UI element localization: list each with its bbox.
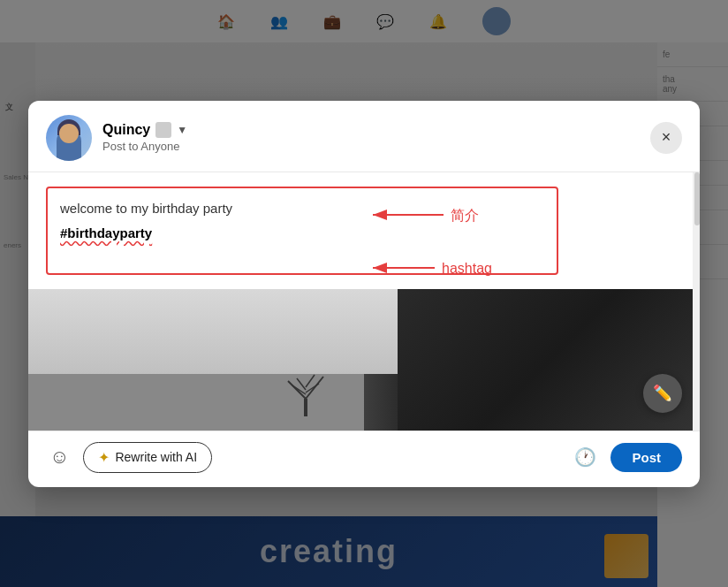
annotations-panel: 简介 hashtag: [576, 187, 682, 194]
close-button[interactable]: ×: [650, 122, 682, 154]
modal-overlay: Quincy ▼ Post to Anyone × welcome to my …: [0, 0, 728, 587]
modal-header: Quincy ▼ Post to Anyone ×: [28, 101, 700, 172]
emoji-icon: ☺: [49, 446, 69, 468]
post-audience: Post to Anyone: [102, 140, 187, 153]
user-name-row: Quincy ▼: [102, 122, 187, 138]
user-name: Quincy: [102, 122, 150, 138]
scroll-track[interactable]: [693, 172, 700, 431]
rewrite-ai-label: Rewrite with AI: [115, 450, 197, 464]
svg-line-8: [306, 377, 323, 399]
scroll-thumb[interactable]: [694, 172, 700, 225]
post-content-area: welcome to my birthday party #birthdaypa…: [28, 172, 700, 289]
ai-sparkle-icon: ✦: [98, 449, 110, 466]
user-info: Quincy ▼ Post to Anyone: [46, 115, 187, 161]
audience-dropdown[interactable]: ▼: [177, 124, 187, 136]
clock-icon: 🕐: [574, 447, 596, 467]
text-box-wrapper: welcome to my birthday party #birthdaypa…: [46, 187, 558, 275]
edit-icon: ✏️: [653, 384, 672, 403]
svg-line-11: [297, 378, 306, 390]
footer-left: ☺ ✦ Rewrite with AI: [46, 442, 212, 473]
text-box-highlight[interactable]: welcome to my birthday party #birthdaypa…: [46, 187, 558, 275]
svg-line-12: [306, 375, 315, 387]
verified-badge: [155, 122, 171, 138]
edit-fab-button[interactable]: ✏️: [643, 374, 682, 413]
modal-body: welcome to my birthday party #birthdaypa…: [28, 172, 700, 431]
annotation-container: welcome to my birthday party #birthdaypa…: [46, 187, 682, 275]
rewrite-ai-button[interactable]: ✦ Rewrite with AI: [83, 442, 212, 473]
avatar-head: [59, 124, 79, 143]
hashtag-text: #birthdayparty: [60, 225, 544, 240]
avatar-placeholder: [46, 115, 92, 161]
post-body-text: welcome to my birthday party: [60, 199, 544, 219]
footer-right: 🕐 Post: [571, 443, 682, 472]
svg-line-7: [288, 381, 306, 399]
post-image: [28, 289, 700, 431]
post-button[interactable]: Post: [610, 443, 682, 472]
user-details: Quincy ▼ Post to Anyone: [102, 122, 187, 153]
post-modal: Quincy ▼ Post to Anyone × welcome to my …: [28, 101, 700, 487]
schedule-button[interactable]: 🕐: [571, 443, 600, 471]
modal-footer: ☺ ✦ Rewrite with AI 🕐 Post: [28, 431, 700, 487]
emoji-button[interactable]: ☺: [46, 442, 72, 472]
avatar: [46, 115, 92, 161]
svg-rect-6: [304, 399, 307, 416]
tree-silhouette: [284, 368, 328, 416]
